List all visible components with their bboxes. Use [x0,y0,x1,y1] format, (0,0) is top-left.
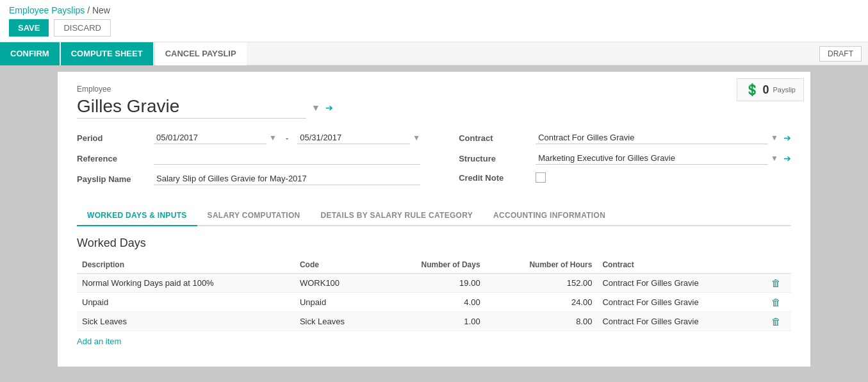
confirm-button[interactable]: CONFIRM [0,42,60,65]
table-row: Sick Leaves Sick Leaves 1.00 8.00 Contra… [77,312,791,331]
cell-days: 4.00 [379,293,486,312]
employee-dropdown-icon[interactable]: ▼ [311,103,320,113]
period-end-input[interactable] [297,131,410,144]
table-row: Normal Working Days paid at 100% WORK100… [77,274,791,293]
reference-input[interactable] [154,152,420,165]
contract-dropdown-icon[interactable]: ▼ [771,133,778,142]
payslip-label: Payslip [773,86,796,94]
structure-dropdown-icon[interactable]: ▼ [771,154,778,163]
cell-contract: Contract For Gilles Gravie [597,274,760,293]
contract-row: Contract ▼ ➔ [459,131,791,144]
worked-days-section: Worked Days Description Code Number of D… [77,237,791,346]
cancel-payslip-button[interactable]: CANCEL PAYSLIP [154,42,247,65]
cell-description: Normal Working Days paid at 100% [77,274,295,293]
credit-note-label: Credit Note [459,173,529,183]
tabs: WORKED DAYS & INPUTS SALARY COMPUTATION … [77,206,791,226]
cell-delete[interactable]: 🗑 [760,312,791,331]
cell-hours: 8.00 [486,312,598,331]
period-label: Period [77,133,147,143]
cell-code: Unpaid [295,293,379,312]
tab-accounting-info[interactable]: ACCOUNTING INFORMATION [483,206,616,226]
discard-button[interactable]: DISCARD [54,19,111,37]
contract-select-group: ▼ ➔ [536,131,791,144]
period-start-input[interactable] [154,131,266,144]
employee-name-input[interactable] [77,96,306,119]
period-row: Period ▼ - ▼ [77,131,420,144]
cell-days: 19.00 [379,274,486,293]
status-badge: DRAFT [819,46,862,62]
cell-contract: Contract For Gilles Gravie [597,312,760,331]
payslip-name-row: Payslip Name [77,172,420,185]
cell-code: WORK100 [295,274,379,293]
cell-code: Sick Leaves [295,312,379,331]
save-button[interactable]: SAVE [9,19,49,37]
form-grid: Period ▼ - ▼ Reference Payslip Name [77,131,791,193]
reference-row: Reference [77,152,420,165]
period-end-group: ▼ [297,131,420,144]
cell-delete[interactable]: 🗑 [760,293,791,312]
employee-label: Employee [77,85,791,94]
period-end-dropdown-icon[interactable]: ▼ [413,133,420,142]
col-contract: Contract [597,256,760,274]
contract-input[interactable] [536,131,768,144]
employee-field-group: Employee ▼ ➔ [77,85,791,119]
worked-days-title: Worked Days [77,237,791,250]
delete-row-icon[interactable]: 🗑 [771,297,781,308]
delete-row-icon[interactable]: 🗑 [771,278,781,288]
cell-hours: 152.00 [486,274,598,293]
credit-note-checkbox[interactable] [536,172,546,183]
tab-salary-computation[interactable]: SALARY COMPUTATION [197,206,311,226]
breadcrumb-parent[interactable]: Employee Payslips [9,5,85,15]
credit-note-row: Credit Note [459,172,791,183]
cell-description: Unpaid [77,293,295,312]
structure-row: Structure ▼ ➔ [459,152,791,165]
table-row: Unpaid Unpaid 4.00 24.00 Contract For Gi… [77,293,791,312]
breadcrumb: Employee Payslips / New [9,5,859,15]
worked-days-table: Description Code Number of Days Number o… [77,256,791,331]
period-start-dropdown-icon[interactable]: ▼ [269,133,277,142]
add-item-link[interactable]: Add an item [77,336,121,346]
col-description: Description [77,256,295,274]
cell-days: 1.00 [379,312,486,331]
col-days: Number of Days [379,256,486,274]
wallet-icon: 💲 [745,83,759,97]
contract-label: Contract [459,133,529,143]
col-actions [760,256,791,274]
structure-external-link-icon[interactable]: ➔ [783,153,791,163]
reference-label: Reference [77,154,147,163]
period-separator: - [286,133,288,143]
payslip-name-label: Payslip Name [77,174,147,184]
structure-label: Structure [459,154,529,163]
compute-sheet-button[interactable]: COMPUTE SHEET [61,42,153,65]
payslip-name-input[interactable] [154,172,420,185]
payslip-count: 0 [763,83,769,97]
contract-external-link-icon[interactable]: ➔ [783,133,791,143]
cell-contract: Contract For Gilles Gravie [597,293,760,312]
breadcrumb-current: New [92,5,110,15]
delete-row-icon[interactable]: 🗑 [771,316,781,327]
cell-delete[interactable]: 🗑 [760,274,791,293]
structure-select-group: ▼ ➔ [536,152,791,165]
col-code: Code [295,256,379,274]
period-start-group: ▼ [154,131,277,144]
action-bar: CONFIRM COMPUTE SHEET CANCEL PAYSLIP DRA… [0,42,868,65]
tab-worked-days[interactable]: WORKED DAYS & INPUTS [77,206,197,226]
cell-description: Sick Leaves [77,312,295,331]
structure-input[interactable] [536,152,768,165]
payslip-counter[interactable]: 💲 0 Payslip [737,78,804,101]
cell-hours: 24.00 [486,293,598,312]
tab-details-by-category[interactable]: DETAILS BY SALARY RULE CATEGORY [311,206,484,226]
col-hours: Number of Hours [486,256,598,274]
main-content: 💲 0 Payslip Employee ▼ ➔ Period ▼ - [58,72,810,367]
employee-external-link-icon[interactable]: ➔ [325,103,333,113]
breadcrumb-separator: / [87,5,92,15]
